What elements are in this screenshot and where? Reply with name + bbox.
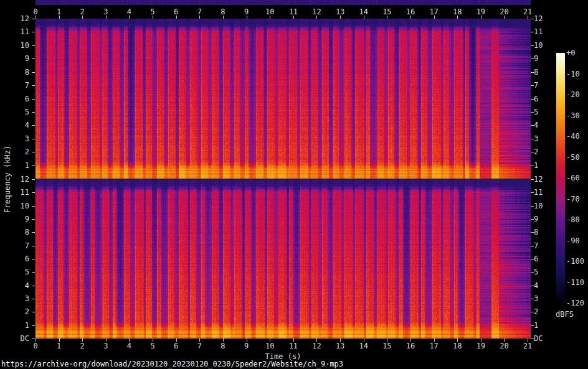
colorbar-tick-label: -70 (566, 195, 580, 203)
freq-tick-label-right: 9 (534, 215, 538, 223)
colorbar-tick-label: -60 (566, 174, 580, 182)
time-tick-label-top: 20 (500, 8, 508, 16)
freq-tick-left (32, 99, 35, 100)
colorbar-tick-label: +0 (566, 49, 575, 57)
time-tick-top (223, 16, 224, 19)
colorbar-unit-label: dBFS (556, 311, 574, 318)
freq-tick-label-right: DC (534, 335, 543, 342)
freq-tick-label-right: 6 (534, 95, 538, 103)
colorbar-gradient (556, 53, 565, 303)
freq-tick-label-left: 6 (0, 255, 29, 263)
time-tick-label-bottom: 21 (523, 342, 532, 350)
freq-tick-left (32, 45, 35, 46)
time-tick-label-bottom: 14 (359, 342, 368, 350)
time-tick-top (36, 16, 36, 19)
time-tick-bottom (199, 339, 200, 342)
freq-tick-label-left: 7 (0, 242, 29, 250)
time-tick-label-bottom: 8 (220, 342, 225, 350)
time-tick-top (247, 16, 247, 19)
freq-tick-right (531, 246, 534, 246)
freq-tick-label-right: 5 (534, 108, 538, 116)
time-tick-label-bottom: 17 (429, 342, 438, 350)
time-tick-bottom (270, 339, 270, 342)
freq-tick-right (531, 139, 534, 139)
time-tick-label-top: 12 (312, 8, 321, 16)
freq-tick-left (32, 179, 35, 180)
time-tick-label-top: 16 (406, 8, 415, 16)
freq-tick-right (531, 45, 534, 46)
freq-tick-right (531, 166, 534, 166)
freq-tick-label-left: 2 (0, 148, 29, 156)
time-tick-label-top: 5 (150, 8, 154, 16)
freq-tick-label-left: 2 (0, 308, 29, 315)
time-tick-label-bottom: 2 (80, 342, 85, 350)
freq-tick-left (32, 72, 35, 73)
time-tick-bottom (457, 339, 458, 342)
colorbar-tick-label: -100 (566, 258, 584, 265)
freq-tick-label-left: 4 (0, 282, 29, 289)
time-tick-bottom (36, 339, 36, 342)
time-tick-label-bottom: 19 (477, 342, 485, 350)
freq-tick-right (531, 19, 534, 19)
freq-tick-left (32, 139, 35, 139)
time-tick-bottom (293, 339, 294, 342)
time-tick-label-top: 3 (103, 8, 108, 16)
time-tick-bottom (364, 339, 364, 342)
time-tick-bottom (176, 339, 177, 342)
freq-tick-left (32, 232, 35, 233)
freq-tick-left (32, 152, 35, 152)
freq-tick-label-left: 9 (0, 215, 29, 223)
freq-tick-label-right: 5 (534, 268, 538, 276)
time-tick-label-top: 15 (382, 8, 391, 16)
colorbar-tick-label: -110 (566, 279, 584, 286)
colorbar-tick-label: -80 (566, 216, 580, 223)
colorbar-tick-label: -10 (566, 70, 580, 78)
freq-tick-left (32, 286, 35, 286)
freq-tick-right (531, 219, 534, 220)
freq-tick-label-left: 1 (0, 162, 29, 169)
freq-tick-right (531, 112, 534, 113)
time-tick-label-bottom: 10 (265, 342, 274, 350)
freq-tick-label-left: DC (0, 335, 29, 342)
spectrogram-right-channel (36, 179, 531, 339)
colorbar-tick-label: -90 (566, 237, 580, 245)
time-tick-top (199, 16, 200, 19)
time-tick-bottom (340, 339, 341, 342)
freq-tick-label-right: 12 (534, 175, 543, 183)
freq-tick-left (32, 19, 35, 19)
freq-tick-label-left: 9 (0, 55, 29, 62)
freq-tick-right (531, 192, 534, 193)
freq-tick-label-left: 3 (0, 295, 29, 302)
time-tick-top (153, 16, 153, 19)
time-tick-label-top: 21 (523, 8, 532, 16)
time-tick-top (364, 16, 364, 19)
freq-tick-left (32, 112, 35, 113)
time-tick-label-top: 19 (477, 8, 485, 16)
time-tick-label-top: 11 (289, 8, 298, 16)
freq-tick-label-left: 11 (0, 28, 29, 35)
freq-tick-left (32, 299, 35, 299)
time-tick-top (457, 16, 458, 19)
freq-tick-label-left: 8 (0, 68, 29, 76)
time-tick-bottom (481, 339, 481, 342)
time-tick-top (481, 16, 481, 19)
freq-tick-label-right: 6 (534, 255, 538, 263)
freq-tick-label-right: 11 (534, 28, 543, 35)
time-tick-label-bottom: 1 (57, 342, 61, 350)
freq-tick-label-right: 10 (534, 202, 543, 210)
freq-tick-left (32, 219, 35, 220)
time-tick-label-bottom: 6 (174, 342, 178, 350)
time-tick-label-bottom: 9 (244, 342, 249, 350)
time-tick-bottom (387, 339, 387, 342)
freq-tick-right (531, 152, 534, 152)
freq-tick-label-right: 9 (534, 55, 538, 62)
time-tick-top (316, 16, 317, 19)
time-tick-label-top: 4 (127, 8, 131, 16)
freq-tick-label-right: 7 (534, 242, 538, 250)
time-tick-top (293, 16, 294, 19)
freq-tick-right (531, 32, 534, 32)
freq-tick-label-left: 4 (0, 121, 29, 129)
freq-tick-label-right: 2 (534, 308, 538, 315)
freq-tick-label-left: 10 (0, 202, 29, 210)
freq-tick-label-right: 11 (534, 189, 543, 196)
